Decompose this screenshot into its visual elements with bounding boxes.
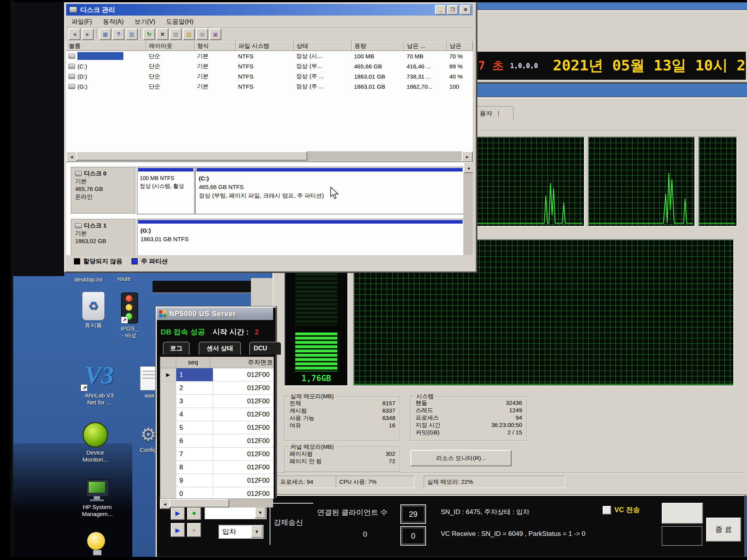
disk-mgmt-app-icon: [69, 7, 77, 13]
traffic-light-icon: ↗: [121, 292, 138, 324]
led-seconds: 7 초: [478, 58, 504, 74]
desktop-icon-recycle-bin[interactable]: ♻ 휴지통: [74, 292, 113, 329]
help-icon[interactable]: ?: [112, 28, 124, 40]
scrollbar-thumb[interactable]: [169, 499, 229, 508]
desktop-icon-ahnlab-v3[interactable]: V3 ↗ AhnLab V3 Net for ...: [74, 362, 124, 406]
disk1-partition-g[interactable]: (G:) 1863,01 GB NTFS: [137, 219, 464, 255]
column-header-seq[interactable]: seq: [176, 357, 210, 368]
park-status-combobox[interactable]: 입차 ▼: [218, 525, 263, 539]
status-physical-memory: 실제 메모리: 22%: [424, 476, 565, 488]
disk-tool-icon[interactable]: ▣: [209, 28, 221, 40]
send-button-1[interactable]: ▶: [171, 506, 185, 520]
col-free[interactable]: 남은 ...: [404, 41, 447, 51]
desktop-icon-hp-system-management[interactable]: HP System Managem...: [70, 479, 124, 518]
desktop-icon-device-monitoring[interactable]: Device Monitori...: [74, 422, 117, 463]
db-status-line: DB 접속 성공 시작 시간 : 2: [161, 327, 259, 337]
close-button[interactable]: ✕: [460, 5, 471, 15]
divider: [270, 503, 313, 504]
selected-volume-name: [77, 52, 123, 60]
table-row[interactable]: ▶ 1 012F00: [160, 368, 274, 382]
col-type[interactable]: 형식: [195, 41, 236, 51]
monitor-bezel-left: [0, 0, 13, 560]
empty-combobox[interactable]: ▼: [204, 506, 267, 519]
partition-color-bar: [138, 220, 463, 224]
clients-count-box-2: 0: [400, 526, 426, 546]
table-row[interactable]: 8 012F00: [160, 461, 274, 474]
open-icon[interactable]: ▨: [183, 28, 195, 40]
disk-graphic-view: 디스크 0 기본 465,76 GB 온라인 100 MB NTFS 정상 (시…: [66, 161, 473, 255]
table-row[interactable]: 9 012F00: [160, 474, 274, 487]
volume-row[interactable]: 단순 기본 NTFS 정상 (시... 100 MB 70 MB 70 %: [66, 51, 473, 61]
table-row-partial[interactable]: 0 012F00: [160, 487, 274, 499]
maximize-button[interactable]: ❐: [447, 5, 458, 15]
table-row[interactable]: 5 012F00: [160, 421, 274, 434]
delete-icon[interactable]: ✕: [156, 28, 168, 40]
tab-dcu[interactable]: DCU: [249, 342, 281, 355]
exit-button[interactable]: 종 료: [706, 518, 741, 542]
volume-row[interactable]: (G:) 단순 기본 NTFS 정상 (주 ... 1863,01 GB 186…: [66, 81, 473, 91]
table-row[interactable]: 4 012F00: [160, 408, 274, 421]
record-button[interactable]: ●: [187, 506, 201, 520]
legend-unallocated-swatch: [74, 258, 80, 264]
disk1-label-box[interactable]: 디스크 1 기본 1863,02 GB: [71, 219, 135, 255]
find-icon[interactable]: ◎: [196, 28, 208, 40]
monitor-bezel-top: [0, 0, 747, 2]
bulb-icon[interactable]: [87, 532, 107, 556]
desktop-file-label[interactable]: desktop.ini: [67, 276, 110, 283]
console-panes-icon[interactable]: ▥: [126, 28, 138, 40]
disabled-dot-icon: ●: [192, 526, 196, 534]
disk-mgmt-titlebar[interactable]: 디스크 관리 _ ❐ ✕: [66, 4, 473, 16]
console-window-icon[interactable]: ▦: [99, 28, 111, 40]
disk0-partition-c[interactable]: (C:) 465,66 GB NTFS 정상 (부팅, 페이지 파일, 크래시 …: [195, 167, 464, 214]
hidden-window-sliver: [153, 281, 251, 293]
tab-users-partial[interactable]: 용자 |: [475, 106, 514, 121]
minimize-button[interactable]: _: [435, 5, 446, 15]
col-filesystem[interactable]: 파일 시스템: [236, 41, 294, 51]
menu-action[interactable]: 동작(A): [97, 18, 129, 26]
column-header-parking-code[interactable]: 주차면코: [210, 357, 274, 368]
force-send-label[interactable]: 강제송신: [274, 518, 303, 528]
col-free-pct[interactable]: 남은: [447, 41, 473, 51]
vc-send-checkbox[interactable]: [603, 506, 611, 514]
np5000-table-scrollbar[interactable]: ◄: [160, 499, 273, 508]
table-row[interactable]: 6 012F00: [160, 434, 274, 448]
volume-row[interactable]: (C:) 단순 기본 NTFS 정상 (부... 465,66 GB 416,4…: [66, 61, 473, 71]
shortcut-arrow-icon: ↗: [81, 384, 88, 391]
properties-icon[interactable]: ▤: [170, 28, 182, 40]
col-layout[interactable]: 레이아웃: [146, 41, 195, 51]
scrollbar-thumb[interactable]: [76, 151, 307, 161]
menu-view[interactable]: 보기(V): [129, 18, 161, 26]
volume-row[interactable]: (D:) 단순 기본 NTFS 정상 (주 ... 1863,01 GB 738…: [66, 71, 473, 81]
menu-help[interactable]: 도움말(H): [161, 18, 199, 26]
cpu-history-graph-3: [698, 136, 737, 227]
disk0-label-box[interactable]: 디스크 0 기본 465,76 GB 온라인: [71, 167, 135, 214]
volume-list-scrollbar[interactable]: ◄ ►: [66, 151, 473, 161]
resource-monitor-button[interactable]: 리소스 모니터(R)...: [410, 450, 512, 466]
menu-file[interactable]: 파일(F): [66, 18, 97, 26]
scroll-up-icon: ▲: [467, 166, 471, 170]
disk0-partition-system[interactable]: 100 MB NTFS 정상 (시스템, 활성: [137, 167, 195, 214]
send-button-2[interactable]: ▶: [171, 523, 185, 537]
back-icon[interactable]: ◄: [68, 28, 81, 40]
table-row[interactable]: 2 012F00: [160, 382, 274, 395]
col-capacity[interactable]: 용량: [352, 41, 404, 51]
tab-sensor-status[interactable]: 센서 상태: [199, 342, 241, 355]
col-volume[interactable]: 볼륨: [66, 41, 146, 51]
refresh-icon[interactable]: ↻: [143, 28, 155, 40]
system-groupbox: 시스템 핸들32436 스레드1249 프로세스94 지정 시간36:23:00…: [410, 396, 527, 441]
graphic-view-scrollbar[interactable]: ▲: [463, 162, 473, 255]
tab-log[interactable]: 로그: [163, 342, 189, 355]
col-status[interactable]: 상태: [294, 41, 352, 51]
green-dot-icon: ●: [192, 509, 196, 517]
table-row[interactable]: 7 012F00: [160, 448, 274, 461]
vc-send-label: VC 전송: [614, 505, 640, 514]
desktop-file-label[interactable]: route: [110, 275, 138, 282]
disabled-button[interactable]: ●: [187, 523, 201, 537]
sn-status-text: SN_ID : 6475, 주차상태 : 입차: [441, 508, 530, 516]
desktop-icon-ipgs[interactable]: ↗ IPGS_ - 바로: [111, 292, 148, 339]
volume-icon: [68, 84, 75, 89]
memory-gauge-value: 1,76GB: [285, 374, 347, 383]
forward-icon[interactable]: ►: [82, 28, 94, 40]
np5000-titlebar[interactable]: NP5000 US Server: [157, 308, 273, 320]
table-row[interactable]: 3 012F00: [160, 395, 274, 408]
